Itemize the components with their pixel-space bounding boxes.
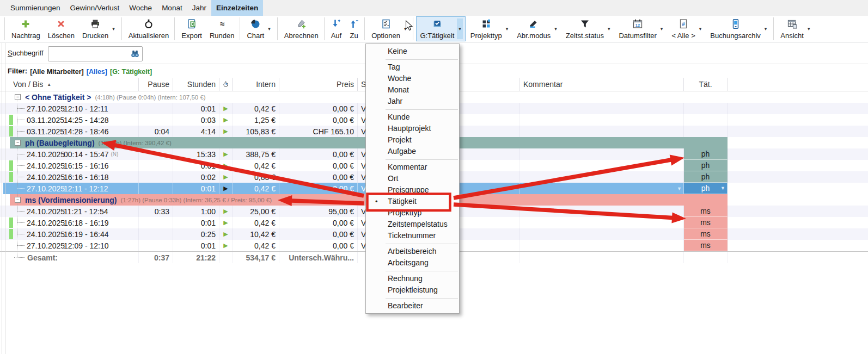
cell-pause: [139, 217, 173, 228]
tab-woche[interactable]: Woche: [124, 0, 157, 16]
cell-taet: ph: [684, 171, 728, 183]
menu-item-woche[interactable]: Woche: [366, 73, 459, 84]
ansicht-button[interactable]: Ansicht▾: [777, 16, 814, 41]
filter-part[interactable]: [Alle Mitarbeiter]: [30, 68, 84, 76]
menu-item-ort[interactable]: Ort: [366, 173, 459, 184]
chevron-down-icon[interactable]: ▾: [553, 18, 558, 39]
zu-button[interactable]: Zu: [345, 16, 362, 41]
drucken-button[interactable]: Drucken▾: [78, 16, 119, 41]
optionen-button[interactable]: Optionen▾: [368, 16, 410, 41]
tree-branch-line: [14, 257, 25, 258]
menu-item-kommentar[interactable]: Kommentar: [366, 162, 459, 173]
tab-einzelzeiten[interactable]: Einzelzeiten: [211, 0, 263, 16]
menu-item-arbeitsgang[interactable]: Arbeitsgang: [366, 257, 459, 269]
menu-item-label: Ort: [388, 174, 398, 183]
menu-item-jahr[interactable]: Jahr: [366, 96, 459, 107]
menu-item-projektleistung[interactable]: Projektleistung: [366, 284, 459, 296]
menu-item-projekttyp[interactable]: Projekttyp: [366, 207, 459, 219]
chevron-down-icon[interactable]: ▾: [505, 18, 510, 39]
projekttyp-button[interactable]: Projekttyp▾: [467, 16, 512, 41]
chevron-down-icon[interactable]: ▾: [607, 18, 612, 39]
menu-item-hauptprojekt[interactable]: Hauptprojekt: [366, 123, 459, 134]
chevron-down-icon[interactable]: ▾: [659, 18, 664, 39]
collapse-expander-icon[interactable]: −: [15, 197, 21, 203]
menu-item-bearbeiter[interactable]: Bearbeiter: [366, 300, 459, 312]
chevron-down-icon[interactable]: ▾: [111, 18, 116, 39]
cell-intern: 0,42 €: [233, 217, 279, 228]
cell-time: 16:15 - 16:16: [64, 162, 109, 170]
aktualisieren-button[interactable]: Aktualisieren: [125, 16, 172, 41]
nachtrag-button[interactable]: Nachtrag: [8, 16, 43, 41]
menu-item-rechnung[interactable]: Rechnung: [366, 273, 459, 284]
col-preis[interactable]: Preis: [279, 78, 358, 91]
menu-item-label: Aufgabe: [388, 147, 416, 156]
col-pause[interactable]: Pause: [139, 78, 173, 91]
search-input[interactable]: [51, 48, 128, 60]
col-stunden[interactable]: Stunden: [173, 78, 219, 91]
toolbar-button-label: < Alle >: [671, 32, 695, 40]
datumsfilter-button[interactable]: 12Datumsfilter▾: [615, 16, 667, 41]
cell-time: 12:09 - 12:10: [64, 241, 109, 250]
cell-date: 24.10.2025: [27, 162, 64, 170]
calendar-icon: 12: [633, 18, 643, 29]
col-stopwatch[interactable]: [219, 78, 233, 91]
add-icon: [21, 18, 30, 29]
chevron-down-icon[interactable]: ▾: [763, 18, 768, 39]
cell-von-bis: 27.10.202512:10 - 12:11: [10, 103, 139, 114]
play-icon: ▶: [223, 217, 228, 228]
menu-item-monat[interactable]: Monat: [366, 84, 459, 96]
chevron-down-icon[interactable]: ▾: [267, 18, 272, 39]
tab-jahr[interactable]: Jahr: [187, 0, 211, 16]
menu-item-ticketnummer[interactable]: Ticketnummer: [366, 230, 459, 241]
menu-item-preisgruppe[interactable]: Preisgruppe: [366, 184, 459, 196]
cell-intern: 0,42 €: [233, 240, 279, 251]
tab-gewinn-verlust[interactable]: Gewinn/Verlust: [65, 0, 125, 16]
toolbar-divider: [4, 17, 5, 40]
search-input-box[interactable]: [48, 46, 143, 61]
buchungsarchiv-button[interactable]: Buchungsarchiv▾: [706, 16, 771, 41]
col-strip[interactable]: [3, 78, 10, 91]
alle-button[interactable]: #< Alle >▾: [668, 16, 705, 41]
filter-part[interactable]: [Alles]: [87, 68, 107, 76]
chart-button[interactable]: Chart▾: [243, 16, 274, 41]
runden-button[interactable]: ≈Runden: [206, 16, 237, 41]
play-icon: ▶: [223, 228, 228, 240]
tab-summierungen[interactable]: Summierungen: [5, 0, 65, 16]
menu-item-aufgabe[interactable]: Aufgabe: [366, 146, 459, 157]
col-kommentar[interactable]: Kommentar: [520, 78, 684, 91]
collapse-expander-icon[interactable]: −: [15, 140, 21, 146]
auf-button[interactable]: Auf: [327, 16, 345, 41]
menu-item-tag[interactable]: Tag: [366, 61, 459, 73]
menu-item-tätigkeit[interactable]: •Tätigkeit: [366, 196, 459, 207]
chevron-down-icon[interactable]: ▾: [698, 18, 703, 39]
abr-modus-button[interactable]: Abr.modus▾: [513, 16, 561, 41]
cell-time: 16:18 - 16:19: [64, 219, 109, 227]
col-intern[interactable]: Intern: [233, 78, 279, 91]
menu-item-zeitstempelstatus[interactable]: Zeitstempelstatus: [366, 219, 459, 230]
menu-item-keine[interactable]: Keine: [366, 46, 459, 57]
menu-item-kunde[interactable]: Kunde: [366, 111, 459, 123]
arrow-up-minus-icon: [349, 18, 359, 29]
chevron-down-icon[interactable]: ▾: [806, 18, 811, 39]
cell-pause: [139, 148, 173, 160]
menu-item-arbeitsbereich[interactable]: Arbeitsbereich: [366, 246, 459, 257]
export-button[interactable]: Export: [178, 16, 205, 41]
chevron-down-icon[interactable]: ▾: [403, 18, 408, 39]
menu-separator: [386, 59, 458, 60]
binoculars-icon[interactable]: [130, 49, 140, 61]
chevron-down-icon[interactable]: ▾: [457, 18, 463, 39]
play-icon: ▶: [223, 206, 228, 217]
filter-part[interactable]: [G: Tätigkeit]: [110, 68, 152, 76]
tree-branch-line: [17, 177, 25, 177]
col-von-bis[interactable]: Von / Bis▲: [10, 78, 139, 91]
abrechnen-button[interactable]: Abrechnen: [280, 16, 321, 41]
collapse-expander-icon[interactable]: −: [15, 94, 21, 100]
col-filler[interactable]: [728, 78, 868, 91]
zeitst-status-button[interactable]: Zeitst.status▾: [562, 16, 614, 41]
menu-item-projekt[interactable]: Projekt: [366, 134, 459, 146]
g-tätigkeit-button[interactable]: G:Tätigkeit▾: [416, 16, 465, 41]
löschen-button[interactable]: Löschen: [44, 16, 77, 41]
tab-monat[interactable]: Monat: [157, 0, 187, 16]
toolbar-button-label: Ansicht: [780, 32, 804, 40]
col-taet[interactable]: Tät.: [684, 78, 728, 91]
